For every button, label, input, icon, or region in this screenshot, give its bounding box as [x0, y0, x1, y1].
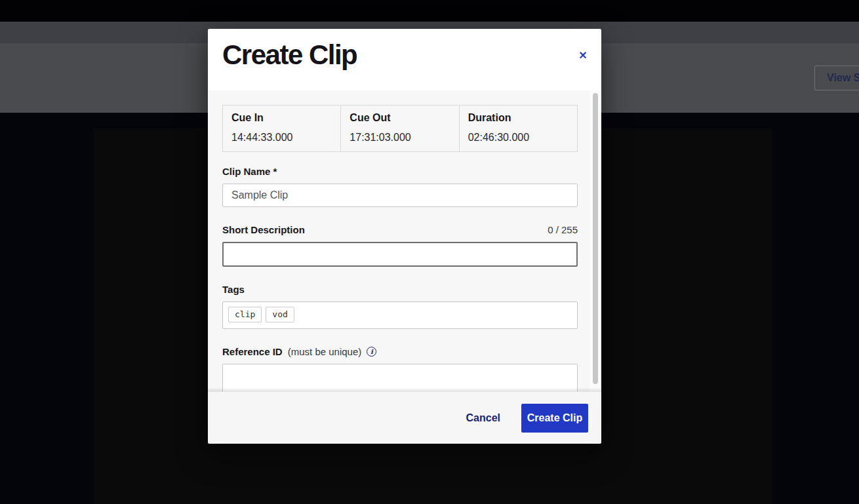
- cue-out-header: Cue Out: [341, 106, 459, 128]
- clip-name-label: Clip Name *: [222, 166, 578, 177]
- duration-header: Duration: [459, 106, 577, 128]
- cue-in-value: 14:44:33.000: [223, 128, 341, 152]
- scrollbar-track[interactable]: [589, 90, 601, 391]
- close-icon: ✕: [578, 49, 587, 62]
- tag-chip[interactable]: vod: [266, 307, 294, 322]
- view-saved-button[interactable]: View Sav: [814, 66, 859, 90]
- create-clip-modal: Create Clip ✕ Cue In Cue Out Duration 14…: [208, 29, 601, 444]
- tags-label: Tags: [222, 284, 578, 295]
- clip-name-input[interactable]: [222, 184, 578, 207]
- tag-chip[interactable]: clip: [228, 307, 262, 322]
- tags-input[interactable]: clip vod: [222, 301, 578, 329]
- cue-points-table: Cue In Cue Out Duration 14:44:33.000 17:…: [222, 105, 578, 152]
- modal-body[interactable]: Cue In Cue Out Duration 14:44:33.000 17:…: [208, 90, 601, 391]
- top-nav-bar: [0, 0, 859, 22]
- short-description-input[interactable]: [222, 242, 578, 267]
- reference-id-input[interactable]: [222, 364, 578, 391]
- cue-out-value: 17:31:03.000: [341, 128, 459, 152]
- close-button[interactable]: ✕: [574, 46, 592, 64]
- table-row: 14:44:33.000 17:31:03.000 02:46:30.000: [223, 128, 578, 152]
- reference-id-hint: (must be unique): [288, 346, 362, 357]
- modal-title: Create Clip: [222, 39, 357, 71]
- cue-in-header: Cue In: [223, 106, 341, 128]
- reference-id-label: Reference ID: [222, 347, 283, 357]
- modal-header: Create Clip ✕: [208, 29, 601, 90]
- cancel-button[interactable]: Cancel: [460, 407, 507, 429]
- duration-value: 02:46:30.000: [459, 128, 577, 152]
- info-icon[interactable]: i: [367, 347, 376, 357]
- scrollbar-thumb[interactable]: [593, 93, 598, 384]
- character-counter: 0 / 255: [548, 224, 578, 235]
- modal-footer: Cancel Create Clip: [208, 391, 601, 444]
- short-description-label: Short Description: [222, 225, 305, 235]
- create-clip-button[interactable]: Create Clip: [521, 404, 588, 433]
